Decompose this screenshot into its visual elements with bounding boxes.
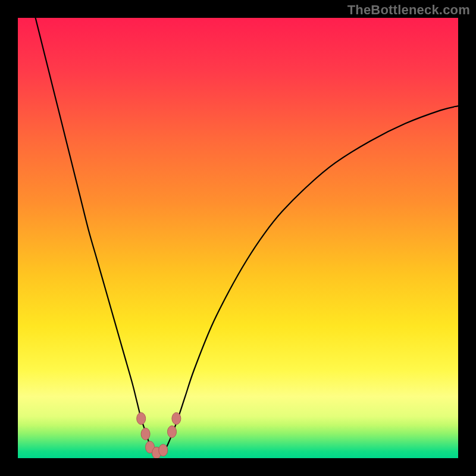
svg-point-6: [168, 426, 177, 438]
chart-frame: TheBottleneck.com: [0, 0, 476, 476]
svg-point-1: [137, 412, 146, 424]
watermark-text: TheBottleneck.com: [347, 2, 470, 18]
svg-point-5: [159, 444, 168, 456]
curve-markers: [18, 18, 458, 458]
svg-point-7: [172, 412, 181, 424]
svg-point-2: [141, 428, 150, 440]
plot-area: [18, 18, 458, 458]
